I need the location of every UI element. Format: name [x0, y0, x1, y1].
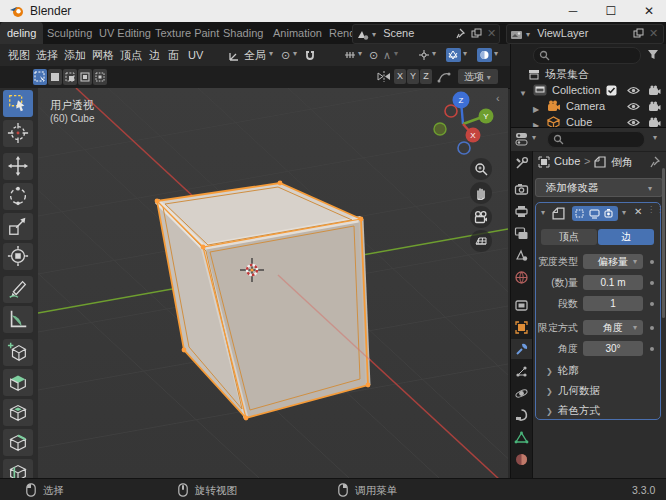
section-shading[interactable]: ❯着色方式 — [546, 404, 600, 418]
tool-rotate[interactable] — [3, 183, 33, 210]
workspace-tab-shading[interactable]: Shading — [216, 22, 270, 44]
breadcrumb-object[interactable]: Cube — [554, 155, 580, 167]
tab-physics[interactable] — [511, 383, 532, 403]
tool-select-box[interactable] — [3, 90, 33, 117]
tab-render[interactable] — [511, 179, 532, 199]
mirror-y-button[interactable]: Y — [407, 69, 419, 84]
gizmo-neg-x[interactable] — [445, 105, 457, 117]
animate-dot[interactable] — [650, 281, 654, 285]
filter-icon[interactable] — [647, 49, 659, 60]
select-mode-tweak-button[interactable] — [33, 69, 47, 85]
sidebar-toggle-arrow[interactable]: ‹ — [496, 92, 500, 104]
viewport-3d[interactable]: Z Y X 用户透视 (60) Cube ‹ — [38, 88, 508, 478]
select-mode-box-button[interactable] — [48, 69, 62, 85]
cube-hide-eye-icon[interactable] — [627, 118, 640, 127]
viewlayer-selector[interactable]: ▾ ViewLayer ✕ — [506, 24, 664, 44]
tool-transform[interactable] — [3, 243, 33, 270]
camera-label[interactable]: Camera — [566, 99, 605, 114]
angle-value-field[interactable]: 30° — [583, 341, 643, 356]
display-editmode-toggle-icon[interactable] — [574, 208, 585, 219]
modifier-panel-header[interactable]: ▾ ▾ ✕ ⋮⋮ — [536, 203, 660, 225]
collection-label[interactable]: Collection — [552, 83, 600, 98]
tab-collection-properties[interactable] — [511, 295, 532, 315]
display-realtime-toggle-icon[interactable] — [589, 208, 600, 219]
camera-view-button[interactable] — [470, 206, 492, 228]
tool-move[interactable] — [3, 153, 33, 180]
menu-mesh[interactable]: 网格 — [92, 44, 114, 66]
shading-dropdown-arrow[interactable]: ▾ — [494, 49, 498, 58]
mirror-x-button[interactable]: X — [394, 69, 406, 84]
tool-bevel[interactable] — [3, 429, 33, 456]
shading-mode-icon[interactable] — [477, 48, 492, 62]
proportional-editing-icon[interactable]: ⊙ — [369, 48, 378, 62]
overlays-toggle-icon[interactable] — [446, 48, 461, 62]
navigation-gizmo[interactable]: Z Y X — [434, 92, 494, 155]
segments-value-field[interactable]: 1 — [583, 296, 643, 311]
tool-measure[interactable] — [3, 306, 33, 333]
snap-settings-icon[interactable] — [344, 49, 357, 61]
pin-icon[interactable] — [456, 28, 466, 39]
select-mode-lasso-button[interactable] — [78, 69, 92, 85]
mirror-z-button[interactable]: Z — [420, 69, 432, 84]
viewlayer-name[interactable]: ViewLayer — [537, 27, 588, 39]
collection-render-camera-icon[interactable] — [648, 85, 661, 96]
orientation-dropdown-arrow[interactable]: ▾ — [269, 49, 273, 58]
scene-collection-label[interactable]: 场景集合 — [545, 67, 589, 82]
panel-expand-arrow[interactable]: ▾ — [541, 208, 545, 217]
scene-dropdown-arrow[interactable]: ▾ — [372, 30, 376, 39]
correct-face-attributes-icon[interactable] — [437, 70, 451, 83]
amount-value-field[interactable]: 0.1 m — [583, 275, 643, 290]
workspace-tab-texture-paint[interactable]: Texture Paint — [148, 22, 226, 44]
tool-scale[interactable] — [3, 213, 33, 240]
affect-edges-tab[interactable]: 边 — [598, 229, 654, 245]
scene-name[interactable]: Scene — [383, 27, 414, 39]
gizmo-neg-z[interactable] — [458, 142, 470, 154]
menu-face[interactable]: 面 — [168, 44, 179, 66]
menu-edge[interactable]: 边 — [149, 44, 160, 66]
tool-cursor[interactable] — [3, 120, 33, 147]
overlays-dropdown-arrow[interactable]: ▾ — [463, 49, 467, 58]
add-modifier-button[interactable]: 添加修改器 ▾ — [535, 178, 663, 197]
tool-inset-faces[interactable] — [3, 399, 33, 426]
tool-annotate[interactable] — [3, 276, 33, 303]
menu-view[interactable]: 视图 — [8, 44, 30, 66]
menu-select[interactable]: 选择 — [36, 44, 58, 66]
properties-options-arrow[interactable]: ▾ — [653, 133, 657, 142]
collection-hide-eye-icon[interactable] — [627, 86, 640, 95]
outliner-row-collection[interactable]: ▼ Collection — [511, 83, 666, 98]
tab-object[interactable] — [511, 317, 532, 337]
outliner-row-scene-collection[interactable]: 场景集合 — [511, 67, 666, 82]
pivot-point-icon[interactable]: ⊙ — [281, 48, 290, 62]
properties-search-input[interactable] — [547, 131, 645, 148]
workspace-tab-animation[interactable]: Animation — [266, 22, 329, 44]
ortho-perspective-button[interactable] — [470, 230, 492, 252]
pivot-dropdown-arrow[interactable]: ▾ — [293, 49, 297, 58]
section-profile[interactable]: ❯轮廓 — [546, 364, 579, 378]
modifier-delete-icon[interactable]: ✕ — [634, 206, 642, 217]
options-button[interactable]: 选项 ▾ — [458, 69, 498, 84]
tab-constraints[interactable] — [511, 405, 532, 425]
minimize-button[interactable]: ─ — [556, 0, 590, 22]
select-mode-circle-button[interactable] — [63, 69, 77, 85]
new-viewlayer-icon[interactable] — [633, 28, 644, 39]
gizmo-dropdown-arrow[interactable]: ▾ — [432, 49, 436, 58]
select-mode-extend-button[interactable] — [93, 69, 107, 85]
transform-orientation-value[interactable]: 全局 — [244, 44, 266, 66]
cube-object[interactable] — [155, 181, 371, 421]
affect-vertices-tab[interactable]: 顶点 — [541, 229, 597, 245]
pan-hand-button[interactable] — [470, 182, 492, 204]
new-scene-icon[interactable] — [471, 28, 482, 39]
editor-type-icon[interactable] — [515, 132, 531, 146]
maximize-button[interactable]: ☐ — [594, 0, 628, 22]
properties-scrollbar[interactable] — [662, 168, 665, 318]
scene-selector[interactable]: ▾ Scene ✕ — [352, 24, 500, 44]
tab-particles[interactable] — [511, 361, 532, 381]
tab-output[interactable] — [511, 201, 532, 221]
display-render-toggle-icon[interactable] — [604, 208, 615, 219]
outliner-search-input[interactable] — [533, 47, 641, 64]
animate-dot[interactable] — [650, 347, 654, 351]
section-geometry[interactable]: ❯几何数据 — [546, 384, 600, 398]
snap-magnet-icon[interactable] — [304, 49, 316, 61]
gizmo-neg-y[interactable] — [434, 123, 446, 135]
snap-settings-dropdown-arrow[interactable]: ▾ — [358, 49, 362, 58]
